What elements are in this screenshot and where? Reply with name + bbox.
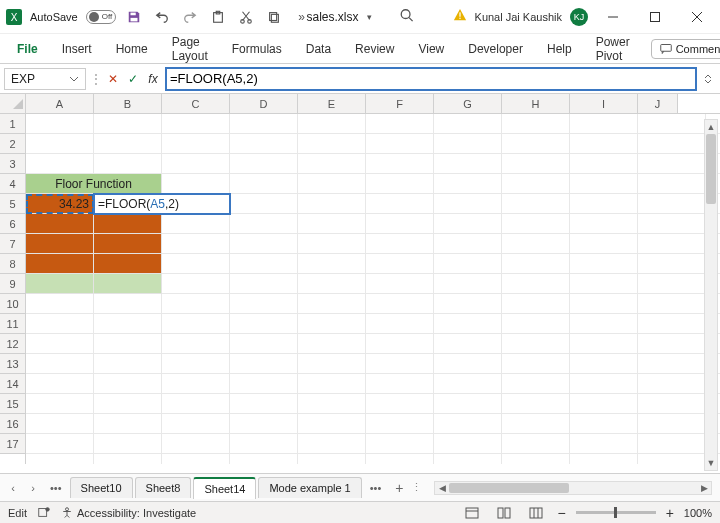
row-header[interactable]: 17 [0, 434, 25, 454]
cell-a6[interactable] [26, 214, 94, 234]
paste-icon[interactable] [208, 7, 228, 27]
autosave-toggle[interactable]: Off [86, 10, 116, 24]
horizontal-scrollbar[interactable]: ◀ ▶ [434, 481, 712, 495]
tab-data[interactable]: Data [297, 38, 340, 60]
cell-b8[interactable] [94, 254, 162, 274]
zoom-slider[interactable] [576, 511, 656, 514]
sheet-tab[interactable]: Mode example 1 [258, 477, 361, 498]
tab-home[interactable]: Home [107, 38, 157, 60]
search-icon[interactable] [400, 8, 414, 25]
cell-b5-editing[interactable]: =FLOOR(A5,2) [94, 194, 230, 214]
cell-a7[interactable] [26, 234, 94, 254]
sheet-trailing-more[interactable]: ••• [364, 482, 388, 494]
row-header[interactable]: 9 [0, 274, 25, 294]
tab-power-pivot[interactable]: Power Pivot [587, 31, 639, 67]
col-header[interactable]: F [366, 94, 434, 113]
scroll-right-icon[interactable]: ▶ [697, 482, 711, 494]
row-header[interactable]: 11 [0, 314, 25, 334]
zoom-percent[interactable]: 100% [684, 507, 712, 519]
minimize-button[interactable] [596, 3, 630, 31]
row-header[interactable]: 3 [0, 154, 25, 174]
col-header[interactable]: J [638, 94, 678, 113]
scroll-thumb[interactable] [449, 483, 569, 493]
col-header[interactable]: D [230, 94, 298, 113]
cell-a9[interactable] [26, 274, 94, 294]
row-header[interactable]: 7 [0, 234, 25, 254]
row-header[interactable]: 14 [0, 374, 25, 394]
row-header[interactable]: 2 [0, 134, 25, 154]
row-header[interactable]: 5 [0, 194, 25, 214]
col-header[interactable]: B [94, 94, 162, 113]
expand-formula-bar-icon[interactable] [700, 74, 716, 84]
fx-grip-icon[interactable]: ⋮ [90, 72, 102, 86]
view-normal-icon[interactable] [461, 505, 483, 521]
copy-icon[interactable] [264, 7, 284, 27]
save-icon[interactable] [124, 7, 144, 27]
cell-b7[interactable] [94, 234, 162, 254]
view-page-break-icon[interactable] [525, 505, 547, 521]
tab-file[interactable]: File [8, 38, 47, 60]
cancel-edit-button[interactable]: ✕ [104, 70, 122, 88]
view-page-layout-icon[interactable] [493, 505, 515, 521]
col-header[interactable]: I [570, 94, 638, 113]
vertical-scrollbar[interactable]: ▲ ▼ [704, 119, 718, 471]
filename-dropdown-icon[interactable]: ▾ [367, 12, 372, 22]
filename[interactable]: sales.xlsx [306, 10, 358, 24]
zoom-in-button[interactable]: + [666, 505, 674, 521]
col-header[interactable]: H [502, 94, 570, 113]
formula-input[interactable] [166, 68, 696, 90]
avatar[interactable]: KJ [570, 8, 588, 26]
grid-body[interactable]: A B C D E F G H I J Floor Function 34.23… [26, 94, 720, 464]
tab-formulas[interactable]: Formulas [223, 38, 291, 60]
row-header[interactable]: 16 [0, 414, 25, 434]
sheet-nav-next[interactable]: › [24, 482, 42, 494]
cut-icon[interactable] [236, 7, 256, 27]
add-sheet-button[interactable]: + [389, 480, 409, 496]
scroll-left-icon[interactable]: ◀ [435, 482, 449, 494]
row-header[interactable]: 1 [0, 114, 25, 134]
row-header[interactable]: 6 [0, 214, 25, 234]
sheet-nav-prev[interactable]: ‹ [4, 482, 22, 494]
sheet-tab[interactable]: Sheet8 [135, 477, 192, 498]
comments-button[interactable]: Comments [651, 39, 720, 59]
scroll-thumb[interactable] [706, 134, 716, 204]
cell-b9[interactable] [94, 274, 162, 294]
account-name[interactable]: Kunal Jai Kaushik [475, 11, 562, 23]
cell-a4b4-merged[interactable]: Floor Function [26, 174, 162, 194]
col-header[interactable]: E [298, 94, 366, 113]
maximize-button[interactable] [638, 3, 672, 31]
tab-review[interactable]: Review [346, 38, 403, 60]
tab-page-layout[interactable]: Page Layout [163, 31, 217, 67]
sheet-tab-active[interactable]: Sheet14 [193, 477, 256, 499]
row-header[interactable]: 8 [0, 254, 25, 274]
sheet-nav-more[interactable]: ••• [44, 482, 68, 494]
name-box[interactable]: EXP [4, 68, 86, 90]
row-header[interactable]: 15 [0, 394, 25, 414]
zoom-slider-knob[interactable] [614, 507, 617, 518]
cell-a8[interactable] [26, 254, 94, 274]
row-header[interactable]: 4 [0, 174, 25, 194]
row-header[interactable]: 13 [0, 354, 25, 374]
fx-icon[interactable]: fx [144, 70, 162, 88]
zoom-out-button[interactable]: − [557, 505, 565, 521]
sheet-tab[interactable]: Sheet10 [70, 477, 133, 498]
col-header[interactable]: C [162, 94, 230, 113]
scroll-down-icon[interactable]: ▼ [705, 456, 717, 470]
close-button[interactable] [680, 3, 714, 31]
row-header[interactable]: 10 [0, 294, 25, 314]
tab-developer[interactable]: Developer [459, 38, 532, 60]
redo-icon[interactable] [180, 7, 200, 27]
row-header[interactable]: 12 [0, 334, 25, 354]
tab-view[interactable]: View [409, 38, 453, 60]
tab-insert[interactable]: Insert [53, 38, 101, 60]
accessibility-button[interactable]: Accessibility: Investigate [61, 507, 196, 519]
tab-grip-icon[interactable]: ⋮ [411, 481, 422, 494]
scroll-up-icon[interactable]: ▲ [705, 120, 717, 134]
cell-b6[interactable] [94, 214, 162, 234]
cell-a5[interactable]: 34.23 [26, 194, 94, 214]
col-header[interactable]: G [434, 94, 502, 113]
select-all-corner[interactable] [0, 94, 25, 114]
warning-icon[interactable] [453, 8, 467, 25]
macro-record-icon[interactable] [37, 505, 51, 521]
undo-icon[interactable] [152, 7, 172, 27]
